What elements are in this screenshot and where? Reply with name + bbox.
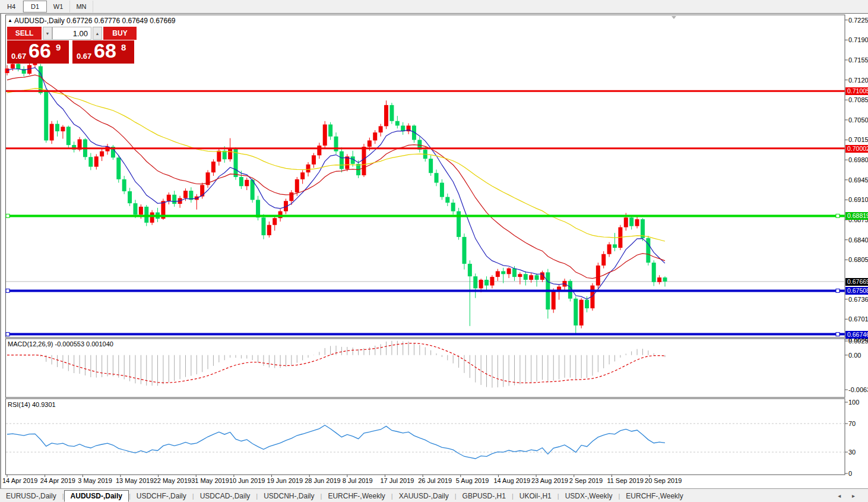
moving-average-line (7, 75, 665, 279)
candle (663, 277, 667, 282)
sell-price-display[interactable]: 0.67 66 9 (7, 40, 69, 64)
timeframe-button-h4[interactable]: H4 (0, 1, 23, 12)
collapse-triangle-icon[interactable]: ▲ (8, 18, 12, 23)
line-handle[interactable] (836, 289, 840, 292)
candle (150, 213, 154, 223)
price-tick-label: 0.69450 (848, 176, 868, 184)
candle (624, 217, 628, 227)
candle (646, 238, 650, 263)
price-level-badge: 0.71005 (845, 87, 868, 95)
candle (579, 300, 584, 326)
candle (601, 254, 606, 266)
candle (535, 275, 539, 280)
sell-button[interactable]: SELL (7, 27, 42, 40)
candle (217, 151, 221, 162)
candle (451, 203, 455, 211)
date-tick-label: 26 Jul 2019 (418, 477, 460, 484)
chart-tab-eurusd-daily[interactable]: EURUSD-,Daily (0, 491, 62, 501)
date-tick-label: 17 Jul 2019 (381, 477, 422, 484)
chart-window: ▲ AUDUSD-,Daily 0.67726 0.67776 0.67649 … (0, 13, 868, 488)
candle (267, 225, 271, 235)
chart-canvas[interactable] (1, 14, 868, 488)
line-handle[interactable] (836, 214, 840, 217)
date-tick-label: 23 Aug 2019 (531, 477, 573, 484)
tab-scroll-arrows[interactable]: ◂ ▸ (838, 492, 860, 499)
candle (362, 147, 366, 175)
candle (5, 68, 9, 73)
chart-tab-ukoil-h1[interactable]: UKOil-,H1 (514, 491, 557, 501)
price-level-badge: 0.68819 (845, 212, 868, 220)
buy-price-big-digits: 68 (94, 39, 116, 62)
candle (278, 211, 283, 219)
line-handle[interactable] (6, 333, 9, 336)
chart-tab-usdcnh-daily[interactable]: USDCNH-,Daily (258, 491, 320, 501)
buy-price-display[interactable]: 0.67 68 8 (72, 40, 134, 64)
chart-title: AUDUSD-,Daily 0.67726 0.67776 0.67649 0.… (14, 17, 176, 25)
candle (501, 271, 505, 274)
candle (652, 263, 656, 282)
candle (300, 172, 305, 179)
date-tick-label: 11 Sep 2019 (607, 477, 648, 484)
candle (11, 64, 15, 69)
candle (641, 219, 645, 238)
candle (16, 64, 20, 70)
candle (100, 151, 104, 157)
candle (507, 269, 511, 274)
rsi-line (7, 425, 665, 459)
candle (440, 183, 444, 197)
timeframe-toolbar: H4D1W1MN (0, 0, 868, 14)
chart-tab-eurchf-weekly[interactable]: EURCHF-,Weekly (322, 491, 391, 501)
timeframe-button-w1[interactable]: W1 (47, 1, 70, 12)
price-tick-label: 0.69800 (848, 156, 868, 163)
macd-axis-label: 0.002574 (848, 337, 868, 345)
candle (468, 264, 472, 276)
chart-tab-xauusd-daily[interactable]: XAUUSD-,Daily (393, 491, 455, 501)
date-tick-label: 3 May 2019 (78, 477, 119, 484)
buy-button[interactable]: BUY (103, 27, 137, 40)
price-tick-label: 0.71550 (848, 56, 868, 64)
line-handle[interactable] (836, 333, 840, 336)
candle (490, 277, 494, 285)
candle (312, 155, 316, 164)
chart-tab-usdcad-daily[interactable]: USDCAD-,Daily (194, 491, 256, 501)
date-tick-label: 20 Sep 2019 (645, 477, 686, 484)
mt4-trading-terminal: { "toolbar": {"timeframes": [ {"label": … (0, 0, 868, 502)
timeframe-button-d1[interactable]: D1 (23, 1, 47, 12)
chart-tab-gbpusd-h1[interactable]: GBPUSD-,H1 (457, 491, 512, 501)
candle (306, 165, 311, 172)
date-tick-label: 24 Apr 2019 (40, 477, 82, 484)
volume-decrease-button[interactable]: ▼ (43, 27, 52, 40)
candle (635, 219, 639, 226)
candle (167, 195, 171, 201)
candle (228, 149, 232, 159)
candle (183, 191, 188, 198)
macd-axis-label: 0.00 (848, 352, 868, 359)
date-tick-label: 28 Jun 2019 (305, 477, 346, 484)
chart-shift-marker-icon (671, 16, 676, 19)
rsi-axis-label: 100 (848, 399, 868, 406)
price-tick-label: 0.71200 (848, 77, 868, 84)
candle (479, 280, 483, 288)
price-tick-label: 0.72250 (848, 17, 868, 24)
candle (368, 140, 372, 147)
volume-increase-button[interactable]: ▲ (93, 27, 102, 40)
timeframe-button-mn[interactable]: MN (70, 1, 93, 12)
candle (496, 271, 500, 277)
volume-input[interactable] (52, 27, 91, 40)
candle (133, 203, 137, 214)
price-tick-label: 0.71900 (848, 36, 868, 43)
rsi-axis-label: 30 (848, 449, 868, 456)
chart-tab-usdx-weekly[interactable]: USDX-,Weekly (559, 491, 619, 501)
line-handle[interactable] (6, 289, 9, 292)
chart-tab-audusd-daily[interactable]: AUDUSD-,Daily (64, 490, 129, 502)
candle (484, 280, 489, 286)
candle (629, 217, 633, 226)
line-handle[interactable] (6, 214, 9, 217)
candle (261, 217, 265, 235)
chart-tab-eurchf-weekly[interactable]: EURCHF-,Weekly (620, 491, 689, 501)
candle (66, 127, 71, 145)
price-tick-label: 0.67010 (848, 315, 868, 323)
chart-tab-usdchf-daily[interactable]: USDCHF-,Daily (131, 491, 192, 501)
date-tick-label: 8 Jul 2019 (343, 477, 384, 484)
candle (518, 274, 522, 277)
